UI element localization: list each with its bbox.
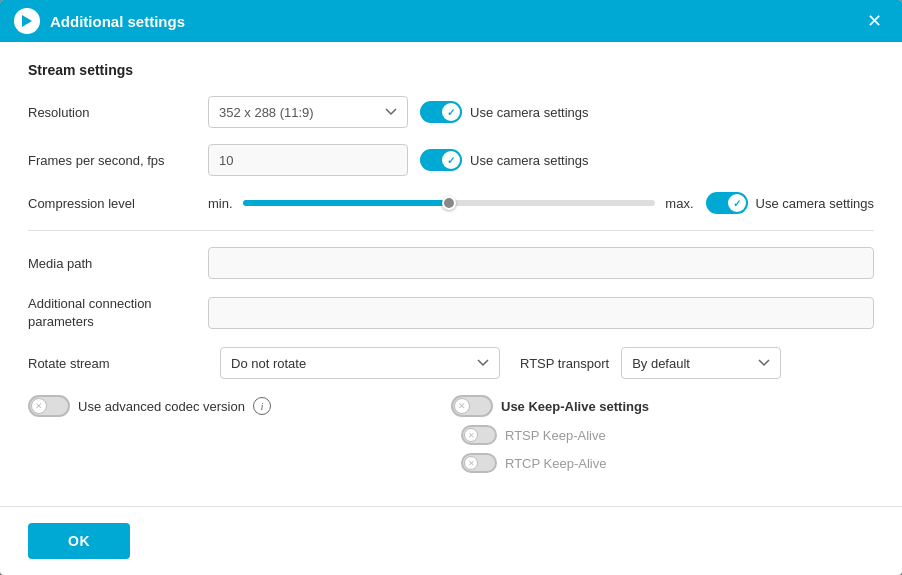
resolution-toggle-label: Use camera settings — [470, 105, 589, 120]
fps-toggle[interactable] — [420, 149, 462, 171]
media-path-input[interactable] — [208, 247, 874, 279]
section-title: Stream settings — [28, 62, 874, 78]
compression-slider-group: min. max. — [208, 196, 694, 211]
fps-toggle-group: Use camera settings — [420, 149, 589, 171]
rtcp-keepalive-option: RTCP Keep-Alive — [461, 453, 606, 473]
left-col: Use advanced codec version i — [28, 395, 451, 417]
compression-min-label: min. — [208, 196, 233, 211]
fps-input[interactable] — [208, 144, 408, 176]
app-logo — [14, 8, 40, 34]
rtcp-keepalive-label: RTCP Keep-Alive — [505, 456, 606, 471]
fps-row: Frames per second, fps Use camera settin… — [28, 144, 874, 176]
title-bar: Additional settings ✕ — [0, 0, 902, 42]
keep-alive-knob — [454, 398, 470, 414]
compression-slider[interactable] — [243, 200, 656, 206]
rtsp-keepalive-knob — [464, 428, 478, 442]
rtsp-keepalive-option: RTSP Keep-Alive — [461, 425, 606, 445]
resolution-row: Resolution 352 x 288 (11:9) Use camera s… — [28, 96, 874, 128]
rtcp-keepalive-knob — [464, 456, 478, 470]
divider1 — [28, 230, 874, 231]
rtsp-transport-label: RTSP transport — [520, 356, 609, 371]
dialog-footer: OK — [0, 506, 902, 575]
media-path-label: Media path — [28, 256, 208, 271]
compression-max-label: max. — [665, 196, 693, 211]
advanced-codec-toggle[interactable] — [28, 395, 70, 417]
compression-toggle-knob — [728, 194, 746, 212]
dialog-title: Additional settings — [50, 13, 860, 30]
dialog: Additional settings ✕ Stream settings Re… — [0, 0, 902, 575]
keep-alive-label: Use Keep-Alive settings — [501, 399, 649, 414]
dialog-body: Stream settings Resolution 352 x 288 (11… — [0, 42, 902, 506]
advanced-codec-label: Use advanced codec version — [78, 399, 245, 414]
svg-marker-0 — [22, 15, 32, 27]
resolution-toggle[interactable] — [420, 101, 462, 123]
compression-toggle[interactable] — [706, 192, 748, 214]
advanced-codec-knob — [31, 398, 47, 414]
resolution-toggle-group: Use camera settings — [420, 101, 589, 123]
resolution-select[interactable]: 352 x 288 (11:9) — [208, 96, 408, 128]
close-button[interactable]: ✕ — [860, 7, 888, 35]
fps-label: Frames per second, fps — [28, 153, 208, 168]
compression-label: Compression level — [28, 196, 208, 211]
additional-params-input[interactable] — [208, 297, 874, 329]
rotate-label: Rotate stream — [28, 356, 208, 371]
fps-toggle-knob — [442, 151, 460, 169]
info-icon[interactable]: i — [253, 397, 271, 415]
ok-button[interactable]: OK — [28, 523, 130, 559]
compression-toggle-label: Use camera settings — [756, 196, 875, 211]
rtsp-keepalive-toggle[interactable] — [461, 425, 497, 445]
resolution-control: 352 x 288 (11:9) Use camera settings — [208, 96, 874, 128]
right-col: Use Keep-Alive settings RTSP Keep-Alive … — [451, 395, 874, 473]
additional-params-row: Additional connection parameters — [28, 295, 874, 331]
keep-alive-row: Use Keep-Alive settings — [451, 395, 649, 417]
rtsp-transport-select[interactable]: By default TCP UDP — [621, 347, 781, 379]
compression-toggle-group: Use camera settings — [706, 192, 875, 214]
keep-alive-toggle[interactable] — [451, 395, 493, 417]
options-row: Use advanced codec version i Use Keep-Al… — [28, 395, 874, 473]
resolution-label: Resolution — [28, 105, 208, 120]
resolution-toggle-knob — [442, 103, 460, 121]
rtsp-keepalive-label: RTSP Keep-Alive — [505, 428, 606, 443]
rotate-row: Rotate stream Do not rotate Rotate 90° R… — [28, 347, 874, 379]
rtcp-keepalive-toggle[interactable] — [461, 453, 497, 473]
compression-row: Compression level min. max. Use camera s… — [28, 192, 874, 214]
media-path-row: Media path — [28, 247, 874, 279]
compression-control: min. max. Use camera settings — [208, 192, 874, 214]
additional-params-label: Additional connection parameters — [28, 295, 208, 331]
fps-control: Use camera settings — [208, 144, 874, 176]
slider-thumb — [442, 196, 456, 210]
fps-toggle-label: Use camera settings — [470, 153, 589, 168]
rotate-select[interactable]: Do not rotate Rotate 90° Rotate 180° Rot… — [220, 347, 500, 379]
